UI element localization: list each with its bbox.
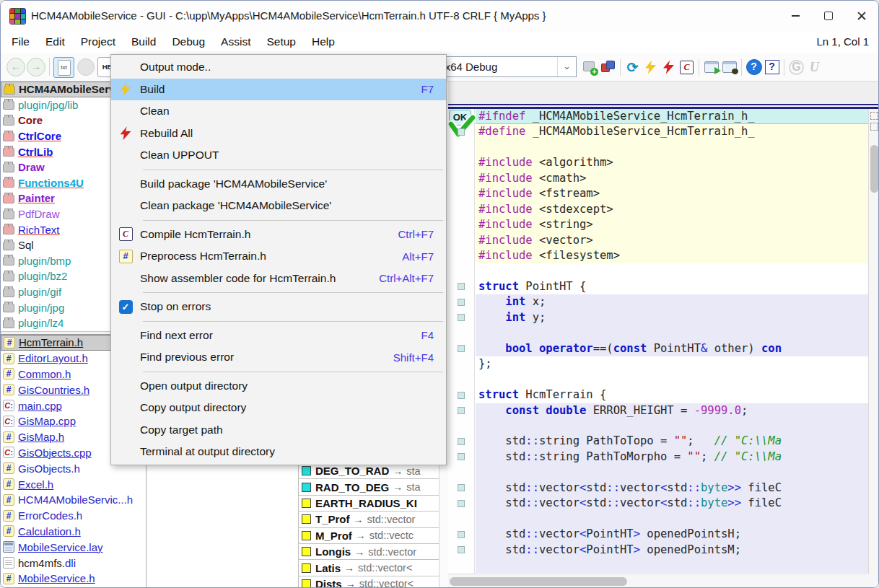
- package-name: plugin/jpg/lib: [18, 99, 78, 111]
- code-line-9[interactable]: #include <vector>: [476, 233, 868, 248]
- file-item-mobileservice-h[interactable]: #MobileService.h: [1, 571, 146, 587]
- symbol-row-deg-to-rad[interactable]: DEG_TO_RAD→sta: [299, 463, 439, 479]
- context-help-icon[interactable]: ?: [763, 57, 781, 77]
- code-line-20[interactable]: const double ERROR_HEIGHT = -9999.0;: [476, 403, 868, 418]
- code-line-24[interactable]: [476, 465, 868, 480]
- code-line-27[interactable]: [476, 512, 868, 527]
- menu-item-clean-package-hcm4amobileservice[interactable]: Clean package 'HCM4AMobileService': [111, 195, 446, 217]
- menu-assist[interactable]: Assist: [213, 31, 258, 53]
- code-line-3[interactable]: [476, 140, 868, 155]
- rebuild-all-icon[interactable]: [660, 57, 678, 77]
- package-name: Functions4U: [18, 177, 84, 189]
- menu-help[interactable]: Help: [304, 31, 343, 53]
- file-item-hcm4amobileservic-h[interactable]: #HCM4AMobileServic...h: [1, 492, 146, 508]
- code-editor[interactable]: OK #ifndef _HCM4AMobileService_HcmTerrai…: [448, 82, 879, 588]
- minimize-button[interactable]: [779, 1, 812, 31]
- code-line-23[interactable]: std::string PathToMorpho = ""; // "C:\\M…: [476, 449, 868, 465]
- code-line-8[interactable]: #include <string>: [476, 217, 868, 232]
- menu-debug[interactable]: Debug: [164, 31, 213, 53]
- code-line-12[interactable]: struct PointHT {: [476, 279, 868, 294]
- menu-item-find-previous-error[interactable]: Find previous errorShift+F4: [111, 346, 446, 369]
- menu-item-find-next-error[interactable]: Find next errorF4: [111, 325, 446, 347]
- menu-build[interactable]: Build: [123, 31, 164, 53]
- symbol-row-dists[interactable]: Dists→std::vector<: [299, 576, 439, 588]
- code-line-2[interactable]: #define _HCM4AMobileService_HcmTerrain_h…: [476, 124, 868, 139]
- menu-item-build-package-hcm4amobileservice[interactable]: Build package 'HCM4AMobileService': [111, 173, 446, 196]
- menu-project[interactable]: Project: [73, 31, 123, 53]
- menu-item-clean-uppout[interactable]: Clean UPPOUT: [111, 144, 446, 167]
- code-line-30[interactable]: [476, 558, 868, 573]
- menu-item-show-assembler-code-for-hcmterrain-h[interactable]: Show assembler code for HcmTerrain.hCtrl…: [111, 268, 446, 290]
- code-line-16[interactable]: bool operator==(const PointHT& other) co…: [476, 341, 868, 356]
- code-line-6[interactable]: #include <fstream>: [476, 186, 868, 201]
- code-line-15[interactable]: [476, 325, 868, 341]
- menu-item-build[interactable]: BuildF7: [111, 79, 446, 101]
- menu-item-output-mode[interactable]: Output mode..: [111, 56, 446, 79]
- close-button[interactable]: ✕: [845, 1, 878, 31]
- menu-item-preprocess-hcmterrain-h[interactable]: #Preprocess HcmTerrain.hAlt+F7: [111, 245, 446, 268]
- symbol-list-scrollbar[interactable]: [439, 462, 448, 588]
- menu-item-label: Terminal at output directory: [140, 445, 275, 458]
- symbol-row-longis[interactable]: Longis→std::vector: [299, 544, 439, 560]
- code-line-28[interactable]: std::vector<PointHT> openedPointsH;: [476, 527, 868, 542]
- menu-item-clean[interactable]: Clean: [111, 100, 446, 123]
- editor-vscrollbar[interactable]: [868, 109, 879, 574]
- code-line-18[interactable]: [476, 372, 868, 387]
- file-item-errorcodes-h[interactable]: #ErrorCodes.h: [1, 508, 146, 524]
- menu-setup[interactable]: Setup: [258, 31, 304, 53]
- debug-run-icon[interactable]: [720, 57, 738, 77]
- code-line-26[interactable]: std::vector<std::vector<std::byte>> file…: [476, 496, 868, 511]
- menu-item-copy-target-path[interactable]: Copy target path: [111, 419, 446, 442]
- yellow-square-icon: [302, 531, 311, 540]
- symbol-row-rad-to-deg[interactable]: RAD_TO_DEG→sta: [299, 479, 439, 495]
- editor-hscrollbar[interactable]: [448, 574, 868, 588]
- menu-item-copy-output-directory[interactable]: Copy output directory: [111, 397, 446, 419]
- menu-item-compile-hcmterrain-h[interactable]: CCompile HcmTerrain.hCtrl+F7: [111, 224, 446, 246]
- install-packages-icon[interactable]: [599, 57, 617, 77]
- menu-edit[interactable]: Edit: [38, 31, 73, 53]
- file-item-mobileservice-lay[interactable]: MobileService.lay: [1, 539, 146, 555]
- code-line-14[interactable]: int y;: [476, 310, 868, 325]
- code-line-17[interactable]: };: [476, 356, 868, 372]
- maximize-button[interactable]: [812, 1, 845, 31]
- menu-item-label: Copy target path: [140, 424, 223, 436]
- file-item-calculation-h[interactable]: #Calculation.h: [1, 524, 146, 540]
- code-line-22[interactable]: std::string PathToTopo = ""; // "C:\\Ma: [476, 434, 868, 449]
- code-line-5[interactable]: #include <cmath>: [476, 171, 868, 186]
- code-line-29[interactable]: std::vector<PointHT> openedPointsM;: [476, 543, 868, 558]
- code-line-10[interactable]: #include <filesystem>: [476, 248, 868, 263]
- menu-item-open-output-directory[interactable]: Open output directory: [111, 375, 446, 398]
- symbol-row-earth-radius-ki[interactable]: EARTH_RADIUS_KI: [299, 496, 439, 512]
- hscroll-thumb[interactable]: [450, 577, 627, 586]
- symbol-row-t-prof[interactable]: T_Prof→std::vector: [299, 512, 439, 527]
- code-line-4[interactable]: #include <algorithm>: [476, 155, 868, 170]
- code-line-25[interactable]: std::vector<std::vector<std::byte>> file…: [476, 481, 868, 496]
- symbol-row-m-prof[interactable]: M_Prof→std::vectc: [299, 528, 439, 544]
- run-icon[interactable]: [702, 57, 720, 77]
- help-icon[interactable]: ?: [745, 57, 763, 77]
- file-item-excel-h[interactable]: #Excel.h: [1, 476, 146, 492]
- menu-item-terminal-at-output-directory[interactable]: Terminal at output directory: [111, 441, 446, 463]
- menubar: FileEditProjectBuildDebugAssistSetupHelp…: [1, 31, 878, 53]
- build-icon[interactable]: [642, 57, 660, 77]
- menu-item-stop-on-errors[interactable]: ✓Stop on errors: [111, 296, 446, 318]
- vscroll-thumb[interactable]: [870, 145, 878, 193]
- code-area[interactable]: #ifndef _HCM4AMobileService_HcmTerrain_h…: [476, 109, 868, 574]
- code-line-13[interactable]: int x;: [476, 294, 868, 310]
- text-view-button[interactable]: txt: [53, 57, 74, 78]
- code-line-21[interactable]: [476, 418, 868, 434]
- code-line-19[interactable]: struct HcmTerrain {: [476, 387, 868, 403]
- code-line-7[interactable]: #include <stdexcept>: [476, 202, 868, 217]
- menu-file[interactable]: File: [4, 31, 38, 53]
- package-name: Painter: [18, 192, 55, 204]
- symbol-row-latis[interactable]: Latis→std::vector<: [299, 560, 439, 576]
- code-line-11[interactable]: [476, 264, 868, 279]
- package-brick-icon: [3, 148, 14, 157]
- package-brick-icon: [3, 304, 14, 312]
- compile-file-icon[interactable]: C: [678, 57, 696, 77]
- menu-item-rebuild-all[interactable]: Rebuild All: [111, 123, 446, 145]
- sync-refresh-icon[interactable]: ⟳: [624, 57, 642, 77]
- file-item-hcm4mfs-dli[interactable]: hcm4mfs.dli: [1, 555, 146, 571]
- add-package-icon[interactable]: +: [581, 57, 599, 77]
- code-line-1[interactable]: #ifndef _HCM4AMobileService_HcmTerrain_h…: [476, 109, 868, 124]
